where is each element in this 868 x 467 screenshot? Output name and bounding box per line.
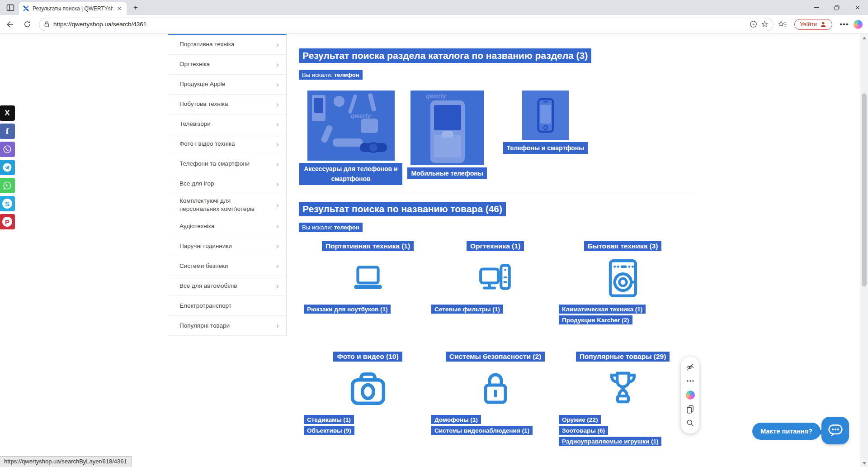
login-label: Увійти xyxy=(800,21,817,28)
catalog-card-label[interactable]: Мобильные телефоны xyxy=(407,167,486,179)
sidebar-category-item[interactable]: Системи безпеки › xyxy=(168,256,286,276)
tab-strip: Результаты поиска | QWERTYsho ✕ + ✕ xyxy=(0,0,868,15)
catalog-result-card[interactable]: Телефоны и смартфоны xyxy=(522,91,569,154)
subcategory-link[interactable]: Рюкзаки для ноутбуков (1) xyxy=(304,305,391,314)
chevron-right-icon: › xyxy=(276,160,279,168)
browser-tab[interactable]: Результаты поиска | QWERTYsho ✕ xyxy=(19,2,127,15)
sidebar-category-label: Портативна техніка xyxy=(179,40,234,48)
sidebar-category-item[interactable]: Портативна техніка › xyxy=(168,35,286,55)
settings-more-icon[interactable]: ••• xyxy=(840,20,849,29)
sidebar-category-item[interactable]: Популярні товари › xyxy=(168,316,286,336)
social-share-button[interactable]: X xyxy=(0,105,15,121)
copilot-button[interactable] xyxy=(684,389,696,401)
social-share-button[interactable]: S xyxy=(0,196,15,211)
social-share-button[interactable] xyxy=(0,160,15,175)
catalog-result-card[interactable]: qwerty Аксессуары для телефонов и смартф… xyxy=(306,91,396,185)
subcategory-link[interactable]: Продукция Karcher (2) xyxy=(559,315,632,324)
pinterest-icon: P xyxy=(2,217,12,227)
back-button[interactable] xyxy=(3,17,17,32)
product-category-result: Оргтехника (1) Сетевые фильтры (1) xyxy=(431,241,559,315)
chevron-right-icon: › xyxy=(276,262,279,270)
subcategory-link[interactable]: Стедикамы (1) xyxy=(304,415,354,424)
catalog-result-card[interactable]: qwerty Мобильные телефоны xyxy=(410,91,484,179)
chat-widget-button[interactable] xyxy=(821,417,849,444)
subcategory-link[interactable]: Объективы (9) xyxy=(304,426,354,435)
social-share-button[interactable] xyxy=(0,178,15,193)
category-sidebar: Портативна техніка › Оргтехніка › Продук… xyxy=(168,34,287,336)
eye-slash-icon xyxy=(685,362,695,372)
chevron-right-icon: › xyxy=(276,140,279,148)
minimize-button[interactable] xyxy=(806,0,826,15)
refresh-button[interactable] xyxy=(20,17,34,32)
desktop-pc-icon xyxy=(477,260,514,297)
sidebar-category-label: Все для ігор xyxy=(179,180,214,188)
copilot-icon[interactable] xyxy=(854,20,863,29)
tab-actions-menu-button[interactable] xyxy=(4,1,17,14)
sidebar-category-item[interactable]: Електротранспорт › xyxy=(168,296,286,316)
more-actions-button[interactable] xyxy=(684,375,696,387)
sidebar-category-item[interactable]: Телефони та смартфони › xyxy=(168,154,286,174)
tab-close-icon[interactable]: ✕ xyxy=(116,5,123,12)
category-title-link[interactable]: Портативная техника (1) xyxy=(322,241,414,251)
copy-button[interactable] xyxy=(684,403,696,415)
sidebar-category-item[interactable]: Аудіотехніка › xyxy=(168,216,286,236)
close-button[interactable]: ✕ xyxy=(847,0,868,15)
chevron-right-icon: › xyxy=(276,180,279,188)
facebook-icon: f xyxy=(6,126,9,136)
sidebar-category-item[interactable]: Наручні годинники › xyxy=(168,236,286,256)
favorites-bar-icon[interactable] xyxy=(778,20,787,29)
social-share-button[interactable]: P xyxy=(0,214,15,229)
scroll-up-arrow[interactable] xyxy=(860,34,868,42)
catalog-card-label[interactable]: Аксессуары для телефонов и смартфонов xyxy=(299,163,402,185)
category-title-link[interactable]: Фото и видео (10) xyxy=(333,352,402,362)
search-button[interactable] xyxy=(684,417,696,429)
search-icon xyxy=(686,419,694,427)
sidebar-category-item[interactable]: Продукція Apple › xyxy=(168,75,286,95)
permissions-icon[interactable] xyxy=(750,20,757,28)
new-tab-button[interactable]: + xyxy=(129,1,142,14)
address-bar[interactable]: https://qwertyshop.ua/search/4361 xyxy=(39,18,774,31)
subcategory-link[interactable]: Радиоуправляемые игрушки (1) xyxy=(559,437,661,446)
sidebar-category-item[interactable]: Побутова техніка › xyxy=(168,95,286,114)
sidebar-category-label: Комплектуючі для персональних комп'ютері… xyxy=(179,197,256,213)
lock-icon[interactable] xyxy=(44,21,50,28)
catalog-card-label[interactable]: Телефоны и смартфоны xyxy=(503,142,588,154)
selection-mini-menu xyxy=(681,357,699,434)
chevron-right-icon: › xyxy=(276,201,279,209)
category-title-link[interactable]: Системы безопасности (2) xyxy=(446,352,545,362)
subcategory-link[interactable]: Домофоны (1) xyxy=(431,415,481,424)
lock-icon xyxy=(477,370,514,408)
scrollbar-thumb[interactable] xyxy=(862,93,867,286)
subcategory-link[interactable]: Зоотовары (6) xyxy=(559,426,608,435)
category-title-link[interactable]: Популярные товары (29) xyxy=(576,352,670,362)
sidebar-category-label: Популярні товари xyxy=(179,322,230,330)
search-term: телефон xyxy=(334,71,359,78)
hide-from-page-button[interactable] xyxy=(684,362,696,373)
chat-prompt-bubble[interactable]: Маєте питання? xyxy=(752,423,821,440)
vertical-scrollbar[interactable] xyxy=(860,34,868,467)
profile-icon xyxy=(820,21,827,28)
social-share-button[interactable] xyxy=(0,142,15,157)
restore-button[interactable] xyxy=(826,0,847,15)
subcategory-link[interactable]: Системы видеонаблюдения (1) xyxy=(431,426,533,435)
url-text[interactable]: https://qwertyshop.ua/search/4361 xyxy=(53,21,746,28)
subcategory-link[interactable]: Оружие (22) xyxy=(559,415,601,424)
sidebar-category-item[interactable]: Все для ігор › xyxy=(168,174,286,194)
sidebar-category-label: Оргтехніка xyxy=(179,60,210,68)
login-button[interactable]: Увійти xyxy=(794,19,832,30)
sidebar-category-item[interactable]: Оргтехніка › xyxy=(168,55,286,75)
sidebar-category-item[interactable]: Телевізори › xyxy=(168,114,286,134)
subcategory-link[interactable]: Сетевые фильтры (1) xyxy=(431,305,503,314)
social-share-button[interactable]: f xyxy=(0,124,15,139)
sidebar-category-item[interactable]: Фото і відео техніка › xyxy=(168,134,286,154)
sidebar-category-item[interactable]: Комплектуючі для персональних комп'ютері… xyxy=(168,194,286,216)
copy-icon xyxy=(686,405,694,414)
sidebar-category-item[interactable]: Все для автомобілів › xyxy=(168,276,286,296)
subcategory-link[interactable]: Климатическая техника (1) xyxy=(559,305,646,314)
category-title-link[interactable]: Бытовая техника (3) xyxy=(584,241,662,251)
favorite-star-icon[interactable] xyxy=(761,20,769,28)
category-title-link[interactable]: Оргтехника (1) xyxy=(467,241,524,251)
social-share-bar: X f xyxy=(0,105,15,229)
scroll-down-arrow[interactable] xyxy=(860,459,868,467)
trophy-icon xyxy=(604,369,642,408)
